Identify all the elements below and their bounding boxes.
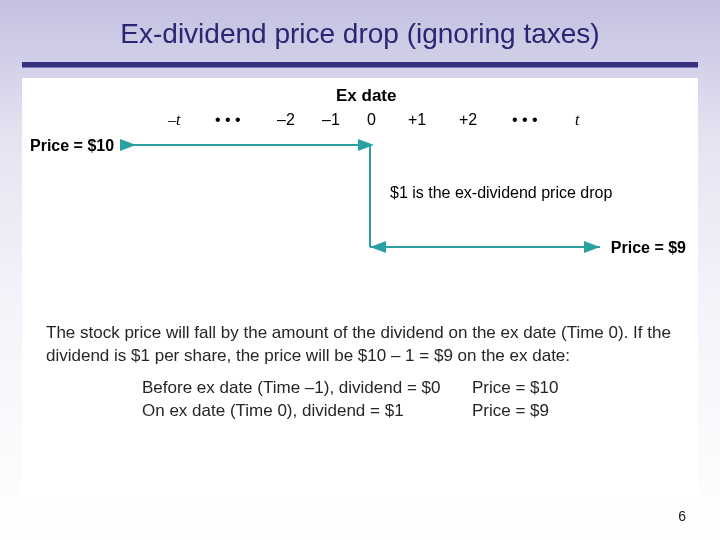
row-lhs: On ex date (Time 0), dividend = $1	[142, 399, 472, 422]
slide: Ex-dividend price drop (ignoring taxes) …	[0, 0, 720, 540]
title-underline	[22, 62, 698, 68]
row-rhs: Price = $9	[472, 399, 549, 422]
content-area: Ex date –t • • • –2 –1 0 +1 +2 • • • t P…	[22, 78, 698, 496]
explanation-row: On ex date (Time 0), dividend = $1 Price…	[142, 399, 674, 422]
row-lhs: Before ex date (Time –1), dividend = $0	[142, 376, 472, 399]
page-number: 6	[678, 508, 686, 524]
explanation-row: Before ex date (Time –1), dividend = $0 …	[142, 376, 674, 399]
diagram-svg	[22, 78, 698, 303]
explanation-block: The stock price will fall by the amount …	[46, 321, 674, 423]
price-drop-diagram: Ex date –t • • • –2 –1 0 +1 +2 • • • t P…	[22, 78, 698, 303]
explanation-rows: Before ex date (Time –1), dividend = $0 …	[142, 376, 674, 423]
page-title: Ex-dividend price drop (ignoring taxes)	[0, 18, 720, 50]
row-rhs: Price = $10	[472, 376, 558, 399]
explanation-text: The stock price will fall by the amount …	[46, 321, 674, 368]
